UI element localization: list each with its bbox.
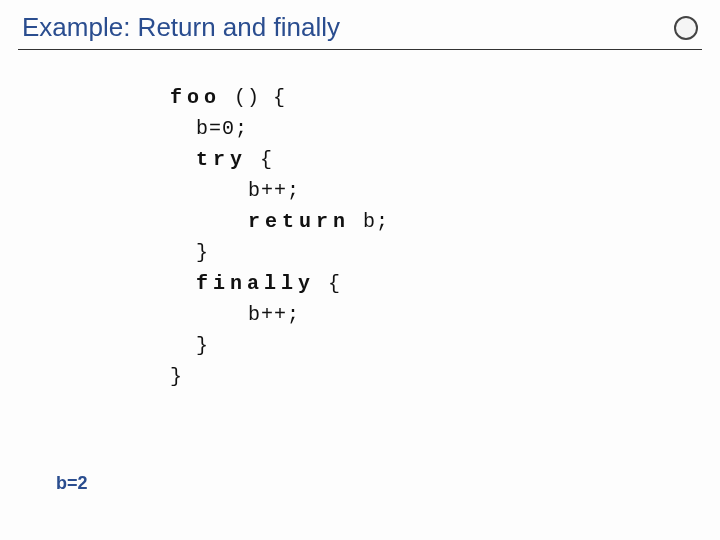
code-l1b: () {	[221, 86, 286, 109]
code-finally-kw: finally	[196, 272, 315, 295]
code-l7a	[170, 272, 196, 295]
code-l6: }	[170, 241, 209, 264]
code-l3c: {	[247, 148, 273, 171]
code-l8: b++;	[170, 303, 300, 326]
code-l9: }	[170, 334, 209, 357]
logo-icon	[674, 16, 698, 40]
code-l5a	[170, 210, 248, 233]
code-l4: b++;	[170, 179, 300, 202]
slide-title: Example: Return and finally	[22, 12, 340, 43]
title-row: Example: Return and finally	[0, 0, 720, 49]
code-return-kw: return	[248, 210, 350, 233]
code-l5c: b;	[350, 210, 389, 233]
result-text: b=2	[56, 473, 88, 494]
code-fn-name: foo	[170, 86, 221, 109]
code-l10: }	[170, 365, 183, 388]
code-l2: b=0;	[170, 117, 248, 140]
code-block: foo () { b=0; try { b++; return b; } fin…	[170, 82, 720, 392]
title-underline	[18, 49, 702, 50]
code-l3a	[170, 148, 196, 171]
code-try-kw: try	[196, 148, 247, 171]
code-l7c: {	[315, 272, 341, 295]
